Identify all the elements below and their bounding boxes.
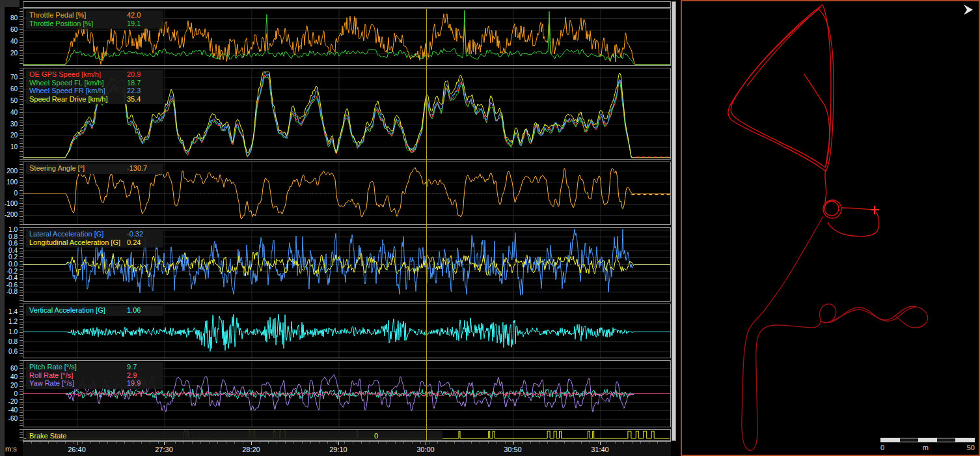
- y-tick-label: 0.4: [8, 248, 18, 254]
- y-axis-gutter-steering: 2001000-100-200: [0, 162, 23, 225]
- series-legend-box: Brake State0: [26, 431, 442, 441]
- collapsed-header-strip: [23, 1, 671, 8]
- series-value: 1.06: [127, 306, 157, 315]
- y-tick-label: 1.2: [8, 319, 18, 325]
- series-value: 0.24: [127, 238, 157, 247]
- y-tick-label: 60: [10, 27, 18, 33]
- series-label: Yaw Rate [°/s]: [29, 379, 127, 388]
- x-axis: m:s26:4027:3028:2029:1030:0030:5031:40: [0, 441, 681, 456]
- y-tick-label: 50: [10, 98, 18, 104]
- x-tick-label: 31:40: [591, 446, 609, 453]
- y-tick-label: 60: [10, 86, 18, 93]
- x-tick-label: 28:20: [242, 446, 260, 453]
- y-tick-label: 40: [10, 374, 18, 380]
- y-tick-label: -60: [8, 416, 18, 422]
- series-value: 19.1: [127, 20, 157, 28]
- series-legend-box: Steering Angle [°]-130.7: [26, 164, 163, 174]
- track-map-canvas[interactable]: [682, 1, 979, 455]
- y-tick-label: 10: [10, 144, 18, 150]
- y-tick-label: 0: [14, 190, 18, 197]
- y-tick-label: 100: [7, 179, 18, 186]
- panel-vertical-acceleration[interactable]: Vertical Acceleration [G]1.06: [23, 304, 671, 358]
- panel-speed[interactable]: OE GPS Speed [km/h]20.9Wheel Speed FL [k…: [23, 68, 671, 160]
- map-scale-bar: 0 m 50: [880, 438, 975, 451]
- y-tick-label: 60: [10, 365, 18, 372]
- y-tick-label: 0.8: [8, 339, 18, 345]
- time-cursor[interactable]: [426, 8, 427, 441]
- y-tick-label: -40: [8, 407, 18, 414]
- series-label: Throttle Position [%]: [29, 20, 127, 28]
- series-value: 42.0: [127, 11, 157, 20]
- series-label: Wheel Speed FL [km/h]: [29, 79, 127, 87]
- series-value: 35.4: [127, 95, 157, 104]
- x-tick-label: 30:50: [504, 446, 522, 453]
- y-tick-label: 0.2: [8, 254, 18, 261]
- series-label: Pitch Rate [°/s]: [29, 363, 127, 371]
- y-tick-label: -0.4: [7, 275, 18, 281]
- series-label: OE GPS Speed [km/h]: [29, 70, 127, 79]
- scale-bar-segments: [880, 438, 975, 442]
- panel-steering[interactable]: Steering Angle [°]-130.7: [23, 162, 671, 225]
- y-tick-label: 1.4: [8, 309, 18, 315]
- y-tick-label: 0: [14, 391, 18, 397]
- y-tick-label: 1.0: [8, 329, 18, 335]
- y-tick-label: -200: [5, 212, 18, 218]
- x-tick-label: 27:30: [155, 446, 173, 453]
- series-label: Longitudinal Acceleration [G]: [29, 238, 127, 247]
- y-tick-label: -0.2: [7, 268, 18, 275]
- series-value: -130.7: [127, 164, 157, 173]
- telemetry-chart-region: 80604020Throttle Pedal [%]42.0Throttle P…: [0, 0, 681, 456]
- vertical-scrollbar[interactable]: [672, 1, 676, 441]
- series-value: 22.3: [127, 87, 157, 95]
- panel-brake[interactable]: Brake State0: [23, 429, 671, 441]
- map-position-cursor-icon: [871, 206, 879, 214]
- y-tick-label: -0.6: [7, 282, 18, 289]
- y-tick-label: 70: [10, 74, 18, 81]
- y-tick-label: 0.0: [8, 261, 18, 268]
- series-value: 18.7: [127, 79, 157, 87]
- series-label: Brake State: [29, 432, 374, 440]
- y-tick-label: -20: [8, 399, 18, 405]
- track-path-loop: [728, 5, 879, 236]
- y-tick-label: 30: [10, 121, 18, 128]
- series-value: 20.9: [127, 70, 157, 79]
- panel-throttle[interactable]: Throttle Pedal [%]42.0Throttle Position …: [23, 8, 671, 66]
- panel-rates[interactable]: Pitch Rate [°/s]9.7Roll Rate [°/s]2.9Yaw…: [23, 360, 671, 427]
- series-legend-box: Throttle Pedal [%]42.0Throttle Position …: [26, 10, 163, 29]
- x-tick-label: 26:40: [68, 446, 86, 453]
- y-tick-label: 20: [10, 50, 18, 57]
- series-label: Vertical Acceleration [G]: [29, 306, 127, 315]
- y-tick-label: -100: [5, 201, 18, 207]
- y-axis-gutter-acceleration: 1.00.80.60.40.20.0-0.2-0.4-0.6-0.8: [0, 227, 23, 302]
- y-tick-label: 40: [10, 109, 18, 116]
- series-value: 0: [374, 432, 404, 440]
- y-axis-gutter-throttle: 80604020: [0, 8, 23, 66]
- series-label: Speed Rear Drive [km/h]: [29, 95, 127, 104]
- x-axis-unit: m:s: [5, 445, 17, 453]
- series-legend-box: Lateral Acceleration [G]-0.32Longitudina…: [26, 229, 163, 248]
- track-path-lower-route: [742, 216, 928, 450]
- y-tick-label: 1.0: [8, 227, 18, 233]
- y-axis-gutter-speed: 70605040302010: [0, 68, 23, 160]
- scale-unit-label: m: [923, 444, 929, 451]
- x-tick-label: 30:00: [416, 446, 435, 453]
- series-legend-box: OE GPS Speed [km/h]20.9Wheel Speed FL [k…: [26, 70, 163, 104]
- scale-start-label: 0: [880, 444, 884, 451]
- series-value: 2.9: [127, 371, 157, 380]
- series-legend-box: Vertical Acceleration [G]1.06: [26, 306, 163, 316]
- y-tick-label: 20: [10, 132, 18, 139]
- y-tick-label: 40: [10, 38, 18, 45]
- y-tick-label: 80: [10, 15, 18, 21]
- y-axis-gutter-vertical-acceleration: 1.41.21.00.80.6: [0, 304, 23, 358]
- series-label: Wheel Speed FR [km/h]: [29, 87, 127, 95]
- track-map-region[interactable]: 0 m 50: [681, 0, 980, 456]
- y-tick-label: -0.8: [7, 289, 18, 295]
- y-tick-label: 200: [7, 168, 18, 175]
- series-label: Lateral Acceleration [G]: [29, 230, 127, 238]
- y-axis-gutter-brake: [0, 429, 23, 441]
- gutter-top: [0, 1, 23, 8]
- collapse-panel-button[interactable]: [961, 3, 975, 16]
- series-value: 19.9: [127, 379, 157, 388]
- panel-acceleration[interactable]: Lateral Acceleration [G]-0.32Longitudina…: [23, 227, 671, 302]
- series-label: Throttle Pedal [%]: [29, 11, 127, 20]
